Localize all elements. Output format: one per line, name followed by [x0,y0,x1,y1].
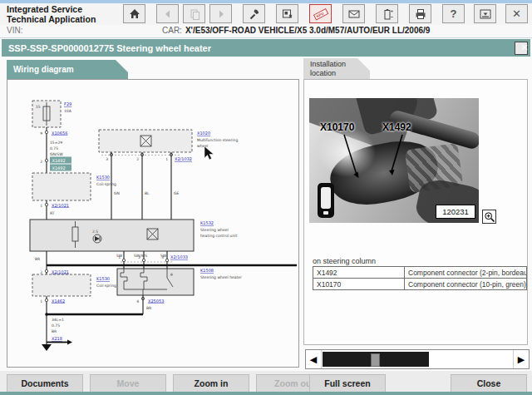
car-position-icon [318,183,334,218]
connector-link-x1462[interactable]: X1462 [52,299,65,304]
svg-text:3: 3 [161,255,164,259]
tab-wiring-diagram[interactable]: Wiring diagram [7,60,128,80]
documents-button[interactable]: Documents [7,374,83,393]
right-arrow-icon: ▶ [518,354,525,365]
svg-text:1: 1 [40,299,42,304]
document-title: SSP-SSP-SP0000012775 Steering wheel heat… [8,43,211,53]
svg-text:3: 3 [106,157,108,161]
connector-table: X1492 Component connector (2-pin, bordea… [313,266,527,290]
kfu-stamp-icon: KFU [313,7,329,21]
scroll-right-button[interactable]: ▶ [513,350,529,368]
svg-text:2.5: 2.5 [92,230,98,234]
minimize-window-button[interactable] [474,4,496,23]
print-button[interactable] [409,4,431,23]
mfl-link[interactable]: X1020 [197,131,210,136]
svg-text:15=29: 15=29 [50,141,62,145]
table-row: X1492 Component connector (2-pin, bordea… [313,267,527,279]
svg-text:0.75: 0.75 [50,146,58,151]
connector-link-x10656[interactable]: X10656 [52,131,67,136]
control-unit-link[interactable]: K1532 [200,220,214,225]
svg-text:Multifunction steering: Multifunction steering [197,138,238,142]
svg-text:1: 1 [118,255,121,259]
heater-link[interactable]: K1508 [200,268,214,273]
car-info: CAR:X'/E53/OFF-ROAD VEHICLE/X5 3.0d/M57/… [162,26,430,35]
svg-text:BR: BR [52,329,57,333]
photo-label-x1492: X1492 [382,121,411,133]
coil-spring-box-top [32,173,91,200]
horizontal-scrollbar[interactable]: ◀ ▶ [305,349,530,369]
svg-text:GE: GE [174,191,179,195]
car-label: CAR: [162,26,182,35]
printer-icon [414,7,427,21]
svg-text:X1492: X1492 [52,158,66,163]
svg-text:θ: θ [170,273,173,277]
coil-spring-box-bottom [32,274,91,296]
scrollbar-range[interactable] [323,352,429,367]
app-title-line1: Integrated Service [7,4,96,14]
wiring-diagram-panel: 15 F29 10A 9 X10656 15=29 0.75 GN/SW 2 X… [7,79,299,368]
svg-text:X1492: X1492 [52,165,66,170]
home-icon [128,7,141,21]
connector-link-x2-1033[interactable]: X2/1033 [170,254,188,259]
connector-desc: Component connector (10-pin, green), [405,279,527,290]
help-button[interactable]: ? [442,4,465,23]
table-row: X10170 Component connector (10-pin, gree… [313,279,527,290]
ground-link-x218[interactable]: X218 [52,336,62,341]
connector-code: X10170 [313,279,405,290]
bottom-strip [0,392,532,395]
scroll-left-button[interactable]: ◀ [306,350,322,368]
svg-text:BL: BL [145,191,150,195]
messages-button[interactable] [342,4,365,23]
scrollbar-thumb[interactable] [371,353,380,367]
kfu-alert-button[interactable]: KFU [309,4,332,23]
mail-icon [347,7,361,21]
tab-install-label-1: Installation [310,60,370,69]
workshop-tools-button[interactable] [243,4,265,23]
connector-code: X1492 [313,267,405,279]
svg-text:BR: BR [35,257,40,261]
back-arrow-icon [161,7,175,21]
app-header: Integrated Service Technical Application [0,3,532,26]
photo-zoom-button[interactable] [482,210,496,224]
full-screen-button[interactable]: Full screen [309,374,386,393]
tab-wiring-label: Wiring diagram [13,65,74,74]
document-title-bar: SSP-SSP-SP0000012775 Steering wheel heat… [2,39,530,57]
svg-text:SW/WS: SW/WS [134,254,147,258]
svg-text:RT: RT [50,211,55,215]
app-close-button[interactable]: ✕ [505,4,528,23]
connection-manager-button[interactable] [276,4,298,23]
connector-link-x25053[interactable]: X25053 [148,299,164,304]
coil-spring-top-link[interactable]: K1530 [96,175,110,180]
image-number-badge: 120231 [436,205,475,219]
svg-text:GN: GN [114,191,120,195]
zoom-in-button[interactable]: Zoom in [173,374,249,393]
device-icon [281,7,294,21]
connector-link-x2-1021-bottom[interactable]: X2/1021 [52,269,69,274]
document-close-button[interactable]: ✕ [515,42,528,55]
svg-text:Steering wheel: Steering wheel [200,228,229,232]
svg-text:0.75: 0.75 [52,323,60,328]
steering-wheel-heater-box [117,269,194,295]
close-icon: ✕ [512,8,521,19]
fuse-link[interactable]: F29 [64,101,71,106]
connector-desc: Component connector (2-pin, bordeaux) [405,267,527,279]
window-collapse-icon [479,7,492,21]
battery-status-button[interactable] [376,4,398,23]
coil-spring-bottom-link[interactable]: K1530 [96,276,110,281]
svg-text:2: 2 [136,157,139,161]
svg-text:wheel: wheel [197,144,208,148]
wrench-icon [248,7,261,21]
car-value: X'/E53/OFF-ROAD VEHICLE/X5 3.0d/M57/AUTO… [185,26,431,35]
svg-text:4: 4 [136,299,139,304]
installation-photo: X10170 X1492 120231 [309,98,479,223]
connector-link-x2-1021-top[interactable]: X2/1021 [52,203,69,208]
home-button[interactable] [123,4,145,23]
svg-text:15: 15 [36,105,41,109]
connector-table-caption: on steering column [313,257,376,265]
photo-label-x10170: X10170 [320,121,354,133]
move-button: Move [90,374,166,393]
connector-link-x2-1032[interactable]: X2/1032 [175,156,192,161]
close-button[interactable]: Close [451,374,527,393]
svg-text:9: 9 [40,131,42,136]
tab-installation-location[interactable]: Installation location [303,58,370,80]
